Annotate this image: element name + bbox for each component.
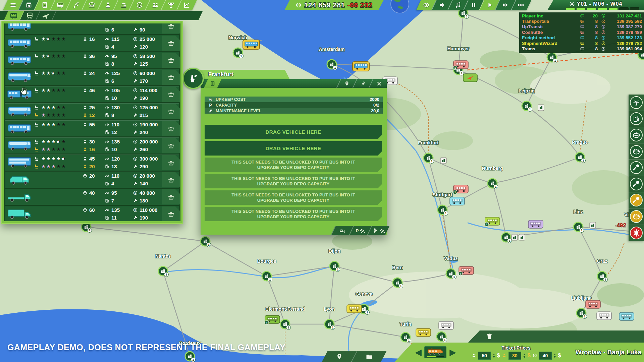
buy-vehicle-button[interactable] <box>162 121 180 136</box>
seat-icon <box>34 122 39 127</box>
buy-vehicle-button[interactable] <box>162 23 180 34</box>
city-marker[interactable]: 1 <box>547 53 557 63</box>
vehicle-sprite[interactable] <box>7 37 32 49</box>
buy-vehicle-button[interactable] <box>162 172 180 187</box>
locked-slot[interactable]: THIS SLOT NEEDS TO BE UNLOCKED TO PUT BU… <box>205 158 382 172</box>
vehicle-row[interactable]: ★★★★★★★★★★25121308125 000215 <box>5 103 179 119</box>
event-button-stadium[interactable] <box>629 143 644 160</box>
bus-marker[interactable] <box>586 300 600 308</box>
locked-slot[interactable]: THIS SLOT NEEDS TO BE UNLOCKED TO PUT BU… <box>205 174 382 188</box>
buy-vehicle-button[interactable] <box>162 53 180 68</box>
company-leaderboard[interactable]: Player Inc20131 247 431Transportala8139 … <box>519 12 644 53</box>
close-button[interactable] <box>369 79 389 88</box>
event-button-stadium[interactable] <box>629 127 644 143</box>
trash-icon[interactable] <box>486 333 493 340</box>
upgrade-maintenance-button[interactable] <box>367 226 390 235</box>
vehicle-row[interactable]: 6013511110 000190 <box>5 206 179 221</box>
locked-slot[interactable]: THIS SLOT NEEDS TO BE UNLOCKED TO PUT BU… <box>205 190 382 205</box>
bus-marker[interactable] <box>439 321 453 329</box>
vehicle-row[interactable]: ★★★★★★16115425 000120 <box>5 35 179 51</box>
leaderboard-row[interactable]: Freight method8139 552 123 <box>522 35 642 41</box>
star-icon: ★ <box>46 105 51 110</box>
bus-marker[interactable]: 1 <box>485 217 500 226</box>
vehicle-sprite[interactable] <box>7 191 32 202</box>
city-marker[interactable]: 1 <box>501 233 512 243</box>
first-class-price-stepper[interactable]: ▲▼ <box>523 353 526 358</box>
bus-marker[interactable] <box>347 305 362 313</box>
vehicle-sprite[interactable] <box>7 123 32 134</box>
city-marker[interactable]: 1 <box>437 332 447 342</box>
vehicle-sprite[interactable] <box>7 23 32 32</box>
event-button-fuel[interactable] <box>629 111 644 127</box>
event-circle <box>630 145 643 158</box>
vehicle-sprite[interactable] <box>7 174 32 185</box>
vehicle-sprite[interactable] <box>7 71 32 83</box>
vehicle-sprite[interactable] <box>7 54 32 66</box>
vehicle-row[interactable]: ★★★★★5511012190 000240 <box>5 120 179 136</box>
buy-vehicle-button[interactable] <box>162 206 180 221</box>
vehicle-drop-slot[interactable]: DRAG VEHICLE HERE <box>205 125 382 139</box>
leaderboard-row[interactable]: Transportala8139 395 592 <box>522 18 642 24</box>
event-button-stadium[interactable] <box>629 208 644 225</box>
cargo-price-field[interactable]: 40 <box>539 352 552 360</box>
buy-vehicle-button[interactable] <box>162 138 180 153</box>
vehicle-row[interactable]: 690 <box>5 23 179 34</box>
vehicle-sprite[interactable] <box>7 208 32 220</box>
prev-route-button[interactable]: ◀ <box>415 348 421 356</box>
buy-vehicle-button[interactable] <box>162 87 180 102</box>
event-button-virus[interactable] <box>629 225 644 241</box>
station-marker[interactable] <box>243 40 260 49</box>
bus-marker[interactable] <box>597 312 611 320</box>
leaderboard-row[interactable]: ShipmentWizard8139 279 782 <box>522 41 642 46</box>
event-button-mic[interactable] <box>629 160 644 176</box>
bus-marker[interactable] <box>416 328 431 337</box>
buy-vehicle-button[interactable] <box>162 104 180 119</box>
leaderboard-row[interactable]: Trams8139 061 094 <box>522 46 642 51</box>
first-class-price-field[interactable]: 80 <box>508 352 521 360</box>
vehicle-row[interactable]: ★★★★★4610510114 000190 <box>5 86 179 102</box>
locked-slot[interactable]: THIS SLOT NEEDS TO BE UNLOCKED TO PUT BU… <box>205 207 382 221</box>
vehicle-row[interactable]: ★★★★★★★★★★★452012013300 000290 <box>5 155 179 171</box>
leaderboard-row[interactable]: Coshuttle8139 278 489 <box>522 29 642 35</box>
standard-price-field[interactable]: 50 <box>478 352 491 360</box>
vehicle-row[interactable]: 4095740 000180 <box>5 189 179 205</box>
event-button-mic[interactable] <box>629 192 644 209</box>
routes-folder-button[interactable] <box>352 351 387 362</box>
event-button-palm[interactable] <box>629 95 644 111</box>
buy-vehicle-button[interactable] <box>162 155 180 170</box>
route-vehicle-thumbnail[interactable] <box>424 346 446 358</box>
bus-marker[interactable]: 1 <box>459 266 474 276</box>
depot-tab-info[interactable] <box>204 79 221 88</box>
info-marker[interactable] <box>519 234 525 240</box>
buy-vehicle-button[interactable] <box>162 189 180 204</box>
leaderboard-row[interactable]: UpTransit8139 387 270 <box>522 24 642 29</box>
speed-icon <box>105 122 110 127</box>
cargo-price-stepper[interactable]: ▲▼ <box>553 353 556 358</box>
next-route-button[interactable]: ▶ <box>449 348 455 356</box>
vehicle-sprite[interactable] <box>7 140 32 151</box>
info-marker[interactable] <box>512 234 518 240</box>
bus-marker[interactable] <box>619 312 634 320</box>
vehicle-sprite[interactable] <box>7 106 32 117</box>
buy-vehicle-button[interactable] <box>162 36 180 51</box>
bus-marker[interactable]: 1 <box>265 315 280 324</box>
vehicle-row[interactable]: ★★★★★★24125660 000170 <box>5 69 179 85</box>
vehicle-row[interactable]: 20110420 000140 <box>5 172 179 188</box>
bus-marker[interactable]: 1 <box>453 61 468 70</box>
event-button-mic[interactable] <box>629 176 644 192</box>
plane-marker[interactable] <box>463 74 477 82</box>
bus-marker[interactable]: 1 <box>453 185 468 194</box>
vehicle-sprite[interactable] <box>7 157 32 168</box>
bus-marker[interactable] <box>450 197 465 205</box>
leaderboard-row[interactable]: Player Inc20131 247 431 <box>522 13 642 18</box>
city-marker[interactable]: 1 <box>201 237 211 247</box>
bus-marker[interactable] <box>528 220 543 228</box>
info-marker[interactable] <box>440 158 446 164</box>
standard-price-stepper[interactable]: ▲▼ <box>492 353 495 358</box>
vehicle-row[interactable]: ★★★★★★★★★★★301613510200 000260 <box>5 137 179 154</box>
vehicle-drop-slot[interactable]: DRAG VEHICLE HERE <box>205 141 382 156</box>
buy-vehicle-button[interactable] <box>162 70 180 85</box>
info-marker[interactable] <box>590 222 596 228</box>
vehicle-row[interactable]: ★★★★★★3695858 500125 <box>5 52 179 68</box>
info-marker[interactable] <box>538 105 544 111</box>
